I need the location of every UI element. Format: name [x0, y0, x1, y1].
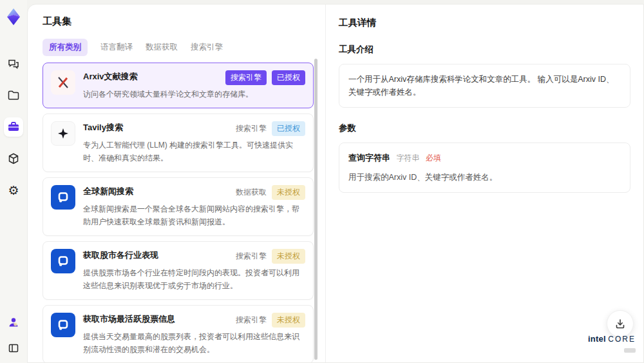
tool-details-panel: 工具详情 工具介绍 一个用于从Arxiv存储库搜索科学论文和文章的工具。 输入可…	[325, 5, 643, 362]
page-title: 工具集	[43, 15, 325, 28]
category-tabs: 所有类别 语言翻译 数据获取 搜索引擎	[43, 39, 325, 56]
tool-description: 提供当天交易量最高的股票列表，投资者可以利用这些信息来识别流动性强的股票和潜在的…	[83, 331, 305, 356]
category-badge: 搜索引擎	[225, 70, 267, 85]
briefcase-icon	[7, 121, 20, 133]
category-badge: 搜索引擎	[236, 313, 267, 328]
user-avatar-icon	[7, 316, 20, 329]
toolset-panel: 工具集 所有类别 语言翻译 数据获取 搜索引擎 Arxiv文献搜索	[28, 5, 325, 362]
sidebar-item-chat[interactable]	[4, 54, 23, 74]
core-wordmark: core	[608, 335, 636, 344]
category-badge: 搜索引擎	[236, 121, 267, 136]
tool-card-global-news[interactable]: 全球新闻搜索 数据获取 未授权 全球新闻搜索是一个聚合全球各大新闻网站内容的搜索…	[43, 177, 314, 236]
download-button[interactable]	[607, 310, 634, 337]
main-surface: 工具集 所有类别 语言翻译 数据获取 搜索引擎 Arxiv文献搜索	[27, 4, 644, 363]
download-icon	[614, 318, 626, 329]
tool-description: 提供股票市场各个行业在特定时间段内的表现。投资者可以利用这些信息来识别表现优于或…	[83, 267, 305, 292]
blue-app-icon	[51, 185, 75, 210]
intel-wordmark: intel	[588, 334, 606, 344]
auth-status-badge: 已授权	[272, 121, 305, 136]
auth-status-badge: 未授权	[272, 313, 305, 328]
arxiv-logo-icon	[51, 70, 75, 95]
param-header-row: 查询字符串 字符串 必填	[348, 152, 621, 165]
tab-search-engine[interactable]: 搜索引擎	[191, 39, 223, 56]
tool-card-tavily[interactable]: Tavily搜索 搜索引擎 已授权 专为人工智能代理 (LLM) 构建的搜索引擎…	[43, 113, 314, 172]
auth-status-badge: 已授权	[272, 70, 305, 85]
app-logo-icon[interactable]	[5, 8, 23, 26]
sidebar-item-files[interactable]	[4, 86, 23, 105]
category-badge: 搜索引擎	[236, 249, 267, 264]
app-rail: ⚙	[0, 0, 27, 363]
tool-name: Tavily搜索	[83, 121, 231, 133]
sidebar-item-settings[interactable]: ⚙	[4, 181, 23, 200]
tool-name: 全球新闻搜索	[83, 185, 231, 197]
category-badge: 数据获取	[236, 185, 267, 200]
tool-name: 获取股市各行业表现	[83, 249, 231, 261]
tool-description: 访问各个研究领域大量科学论文和文章的存储库。	[83, 88, 305, 101]
rail-bottom	[4, 313, 23, 358]
sidebar-item-toolset[interactable]	[4, 117, 23, 137]
blue-app-icon	[51, 249, 75, 273]
auth-status-badge: 未授权	[272, 249, 305, 264]
intel-core-logo: intel core	[588, 335, 636, 355]
tab-all-categories[interactable]: 所有类别	[43, 39, 88, 56]
tool-name: 获取市场最活跃股票信息	[83, 313, 231, 325]
details-title: 工具详情	[339, 17, 630, 29]
chat-icon	[7, 57, 20, 70]
tavily-star-icon	[51, 121, 75, 146]
intel-core-sub-badge	[624, 348, 636, 353]
params-heading: 参数	[339, 123, 630, 134]
list-scrollbar-thumb[interactable]	[314, 59, 317, 360]
rail-nav: ⚙	[4, 54, 23, 200]
param-type: 字符串	[396, 153, 419, 162]
param-required-flag: 必填	[426, 153, 441, 162]
panel-toggle-icon	[8, 342, 19, 354]
tool-card-list: Arxiv文献搜索 搜索引擎 已授权 访问各个研究领域大量科学论文和文章的存储库…	[43, 63, 314, 363]
tool-name: Arxiv文献搜索	[83, 70, 220, 83]
param-name: 查询字符串	[348, 153, 390, 162]
tab-data-fetch[interactable]: 数据获取	[146, 39, 178, 56]
cube-icon	[7, 152, 20, 165]
folder-icon	[7, 89, 20, 102]
tool-description: 专为人工智能代理 (LLM) 构建的搜索引擎工具。可快速提供实时、准确和真实的结…	[83, 139, 305, 164]
intro-heading: 工具介绍	[339, 44, 630, 55]
tool-card-arxiv[interactable]: Arxiv文献搜索 搜索引擎 已授权 访问各个研究领域大量科学论文和文章的存储库…	[43, 63, 314, 108]
param-box: 查询字符串 字符串 必填 用于搜索的Arxiv ID、关键字或作者姓名。	[339, 142, 630, 193]
tool-card-stock-sectors[interactable]: 获取股市各行业表现 搜索引擎 未授权 提供股票市场各个行业在特定时间段内的表现。…	[43, 241, 314, 300]
collapse-panel-button[interactable]	[4, 338, 23, 358]
intro-text-box: 一个用于从Arxiv存储库搜索科学论文和文章的工具。 输入可以是Arxiv ID…	[339, 64, 630, 108]
auth-status-badge: 未授权	[272, 185, 305, 200]
tool-description: 全球新闻搜索是一个聚合全球各大新闻网站内容的搜索引擎，帮助用户快速获取全球最新资…	[83, 203, 305, 228]
sidebar-item-plugins[interactable]	[4, 149, 23, 168]
tab-translation[interactable]: 语言翻译	[100, 39, 133, 56]
gear-icon: ⚙	[8, 184, 19, 197]
blue-app-icon	[51, 313, 75, 337]
user-profile-button[interactable]	[4, 313, 23, 332]
intro-text: 一个用于从Arxiv存储库搜索科学论文和文章的工具。 输入可以是Arxiv ID…	[348, 75, 614, 97]
tool-card-active-stocks[interactable]: 获取市场最活跃股票信息 搜索引擎 未授权 提供当天交易量最高的股票列表，投资者可…	[43, 305, 314, 363]
param-description: 用于搜索的Arxiv ID、关键字或作者姓名。	[348, 171, 621, 184]
